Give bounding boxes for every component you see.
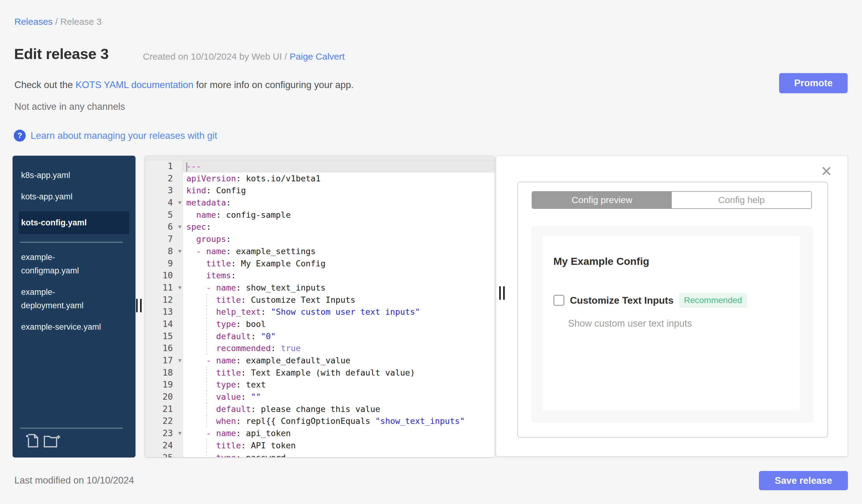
promote-button[interactable]: Promote: [779, 73, 848, 93]
file-tree-item[interactable]: kots-config.yaml: [19, 211, 129, 234]
git-releases-help-link[interactable]: Learn about managing your releases with …: [30, 130, 217, 141]
fold-arrow-icon[interactable]: ▼: [178, 221, 181, 233]
code-line[interactable]: 18 title: Text Example (with default val…: [145, 367, 495, 379]
config-item-label[interactable]: Customize Text Inputs: [570, 295, 674, 306]
code-line[interactable]: 3kind: Config: [145, 184, 495, 197]
breadcrumb-releases-link[interactable]: Releases: [14, 16, 53, 27]
code-line[interactable]: 7 groups:: [145, 233, 495, 245]
fold-arrow-icon[interactable]: ▼: [178, 355, 181, 367]
code-line-content[interactable]: name: config-sample: [183, 209, 495, 221]
code-line[interactable]: 4▼metadata:: [145, 197, 495, 209]
line-number[interactable]: 22: [145, 415, 183, 427]
code-line[interactable]: 15 default: "0": [145, 330, 495, 343]
line-number[interactable]: 14: [145, 318, 183, 330]
code-line[interactable]: 10 items:: [145, 269, 495, 282]
new-file-icon[interactable]: [25, 433, 39, 449]
customize-text-inputs-checkbox[interactable]: [553, 295, 564, 306]
line-number[interactable]: 17▼: [145, 355, 183, 367]
code-line[interactable]: 20 value: "": [145, 391, 495, 403]
code-line[interactable]: 11▼ - name: show_text_inputs: [145, 282, 495, 294]
code-line-content[interactable]: recommended: true: [183, 342, 495, 355]
code-line[interactable]: 25 type: password: [145, 452, 495, 458]
line-number[interactable]: 7: [145, 233, 183, 245]
code-line[interactable]: 23▼ - name: api_token: [145, 427, 495, 439]
code-line-content[interactable]: spec:: [183, 221, 495, 233]
code-line[interactable]: 9 title: My Example Config: [145, 257, 495, 270]
line-number[interactable]: 10: [145, 269, 183, 282]
code-line[interactable]: 14 type: bool: [145, 318, 495, 330]
code-line[interactable]: 17▼ - name: example_default_value: [145, 355, 495, 367]
line-number[interactable]: 23▼: [145, 427, 183, 439]
preview-resize-handle[interactable]: [499, 286, 506, 300]
line-number[interactable]: 13: [145, 306, 183, 318]
file-tree-item[interactable]: k8s-app.yaml: [13, 169, 110, 182]
code-line-content[interactable]: groups:: [183, 233, 495, 245]
line-number[interactable]: 1: [145, 160, 183, 172]
code-line-content[interactable]: when: repl{{ ConfigOptionEquals "show_te…: [183, 415, 495, 427]
file-tree-item[interactable]: example-configmap.yaml: [13, 251, 110, 277]
tab-config-help[interactable]: Config help: [672, 192, 811, 208]
line-number[interactable]: 24: [145, 439, 183, 452]
line-number[interactable]: 2: [145, 172, 183, 185]
line-number[interactable]: 18: [145, 367, 183, 379]
code-line-content[interactable]: - name: example_default_value: [183, 355, 495, 367]
file-tree-item[interactable]: kots-app.yaml: [13, 190, 110, 203]
fold-arrow-icon[interactable]: ▼: [178, 282, 181, 294]
code-line-content[interactable]: type: text: [183, 379, 495, 391]
fold-arrow-icon[interactable]: ▼: [178, 245, 181, 257]
yaml-code-editor[interactable]: 1---2apiVersion: kots.io/v1beta13kind: C…: [145, 156, 495, 457]
fold-arrow-icon[interactable]: ▼: [178, 197, 181, 209]
code-line-content[interactable]: - name: example_settings: [183, 245, 495, 257]
code-line[interactable]: 6▼spec:: [145, 221, 495, 233]
line-number[interactable]: 8▼: [145, 245, 183, 257]
author-link[interactable]: Paige Calvert: [290, 51, 345, 62]
code-line-content[interactable]: type: bool: [183, 318, 495, 330]
line-number[interactable]: 20: [145, 391, 183, 403]
code-line-content[interactable]: ---: [183, 160, 495, 172]
code-line-content[interactable]: apiVersion: kots.io/v1beta1: [183, 172, 495, 185]
code-line[interactable]: 5 name: config-sample: [145, 209, 495, 221]
sidebar-resize-handle[interactable]: [136, 299, 143, 312]
code-line[interactable]: 21 default: please change this value: [145, 403, 495, 415]
line-number[interactable]: 16: [145, 342, 183, 355]
code-line[interactable]: 22 when: repl{{ ConfigOptionEquals "show…: [145, 415, 495, 427]
tab-config-preview[interactable]: Config preview: [532, 192, 672, 208]
code-line-content[interactable]: - name: show_text_inputs: [183, 282, 495, 294]
line-number[interactable]: 11▼: [145, 282, 183, 294]
code-line-content[interactable]: title: My Example Config: [183, 257, 495, 270]
code-line-content[interactable]: default: "0": [183, 330, 495, 343]
code-line[interactable]: 16 recommended: true: [145, 342, 495, 355]
close-icon[interactable]: ✕: [819, 164, 834, 178]
code-line-content[interactable]: items:: [183, 269, 495, 282]
line-number[interactable]: 6▼: [145, 221, 183, 233]
code-line[interactable]: 1---: [145, 160, 495, 172]
code-line[interactable]: 8▼ - name: example_settings: [145, 245, 495, 257]
code-line-content[interactable]: type: password: [183, 452, 495, 458]
fold-arrow-icon[interactable]: ▼: [178, 427, 181, 439]
line-number[interactable]: 5: [145, 209, 183, 221]
file-tree-item[interactable]: example-service.yaml: [13, 320, 110, 334]
line-number[interactable]: 19: [145, 379, 183, 391]
code-line-content[interactable]: title: API token: [183, 439, 495, 452]
file-tree-item[interactable]: example-deployment.yaml: [13, 285, 110, 312]
save-release-button[interactable]: Save release: [759, 471, 848, 490]
code-line-content[interactable]: title: Customize Text Inputs: [183, 294, 495, 306]
code-line[interactable]: 24 title: API token: [145, 439, 495, 452]
code-line-content[interactable]: - name: api_token: [183, 427, 495, 439]
code-line[interactable]: 2apiVersion: kots.io/v1beta1: [145, 172, 495, 185]
line-number[interactable]: 4▼: [145, 197, 183, 209]
code-line[interactable]: 19 type: text: [145, 379, 495, 391]
code-line[interactable]: 13 help_text: "Show custom user text inp…: [145, 306, 495, 318]
kots-yaml-doc-link[interactable]: KOTS YAML documentation: [76, 80, 193, 90]
line-number[interactable]: 15: [145, 330, 183, 343]
line-number[interactable]: 9: [145, 257, 183, 270]
code-line-content[interactable]: value: "": [183, 391, 495, 403]
code-line-content[interactable]: help_text: "Show custom user text inputs…: [183, 306, 495, 318]
code-line-content[interactable]: metadata:: [183, 197, 495, 209]
code-line[interactable]: 12 title: Customize Text Inputs: [145, 294, 495, 306]
line-number[interactable]: 12: [145, 294, 183, 306]
line-number[interactable]: 3: [145, 184, 183, 197]
new-folder-icon[interactable]: [43, 433, 61, 449]
code-line-content[interactable]: default: please change this value: [183, 403, 495, 415]
line-number[interactable]: 21: [145, 403, 183, 415]
